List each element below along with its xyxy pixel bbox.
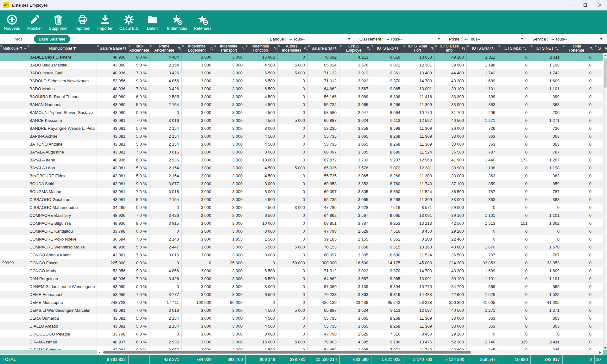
table-cell-nom_complet[interactable]: BOUGMA Mariam (27, 188, 97, 196)
table-cell-salaire_brut[interactable]: 47 798 (308, 330, 339, 338)
table-cell-iuts_brut[interactable]: 1 440 (467, 156, 498, 164)
table-cell-iuts_abat_forf[interactable]: 11 309 (403, 140, 435, 148)
table-cell-iuts_base_imp[interactable]: 29 200 (435, 330, 467, 338)
table-cell-iuts_net[interactable]: 363 (530, 132, 562, 140)
chevron-down-icon[interactable] (348, 38, 351, 40)
table-cell-cnss_employe[interactable]: 3 624 (339, 116, 371, 124)
table-cell-indemnite_logement[interactable]: 3 000 (182, 283, 214, 291)
table-cell-iuts_exo[interactable]: 9 072 (371, 164, 403, 172)
table-cell-iuts_abat[interactable]: 0 (498, 283, 530, 291)
table-cell-iuts_net[interactable]: 1 670 (530, 243, 562, 251)
table-cell-cnss_employe[interactable]: 3 576 (339, 164, 371, 172)
table-cell-iuts_abat[interactable]: 0 (498, 109, 530, 116)
table-cell-total_retenue[interactable]: 0 (562, 275, 594, 283)
table-cell-total_retenue[interactable]: 0 (562, 267, 594, 275)
table-cell-prime_anciennete[interactable]: 2 154 (149, 140, 182, 148)
column-header-cnss_employe[interactable]: CNSS Employé (339, 44, 371, 53)
table-cell-salaire_brut[interactable]: 55 735 (308, 132, 339, 140)
table-cell-iuts_exo[interactable]: 9 370 (371, 77, 403, 85)
table-cell-cnss_employe[interactable]: 3 305 (339, 148, 371, 156)
table-cell-indemnite_fonction[interactable]: 8 000 (245, 180, 278, 188)
table-cell-taux_anciennete[interactable]: 0,0 % (128, 259, 149, 267)
table-cell-autres_indemnites[interactable]: 0 (278, 109, 308, 116)
table-cell-indemnite_logement[interactable]: 3 000 (182, 101, 214, 109)
table-cell-cnss_employe[interactable]: 3 787 (339, 219, 371, 227)
table-cell-autres_indemnites[interactable]: 0 (278, 196, 308, 204)
table-cell-salaire_brut[interactable]: 64 862 (308, 85, 339, 93)
table-cell-s[interactable] (594, 53, 603, 61)
table-cell-salaire_brut[interactable]: 60 097 (308, 148, 339, 156)
table-cell-taux_anciennete[interactable]: 5,0 % (128, 61, 149, 69)
table-cell-cnss_employe[interactable]: 3 065 (339, 140, 371, 148)
table-cell-iuts_abat_forf[interactable]: 13 091 (403, 85, 435, 93)
table-cell-autres_indemnites[interactable]: 0 (278, 101, 308, 109)
table-cell-iuts_base_imp[interactable]: 33 000 (435, 172, 467, 180)
table-cell-iuts_abat_forf[interactable]: 11 309 (403, 172, 435, 180)
table-cell-s[interactable] (594, 188, 603, 196)
table-cell-indemnite_transport[interactable]: 3 000 (214, 243, 245, 251)
table-cell-cnss_employe[interactable]: 3 922 (339, 77, 371, 85)
table-cell-iuts_base_imp[interactable]: 34 700 (435, 283, 467, 291)
table-cell-salaire_base[interactable]: 43 081 (97, 251, 128, 259)
table-cell-total_retenue[interactable]: 0 (562, 116, 594, 124)
table-cell-salaire_base[interactable]: 43 080 (97, 109, 128, 116)
table-cell-nom_complet[interactable]: DIPAMA Ismaïl (27, 338, 97, 346)
table-cell-indemnite_transport[interactable]: 3 000 (214, 69, 245, 77)
table-cell-iuts_exo[interactable]: 9 072 (371, 61, 403, 69)
table-row[interactable]: DIALLO Amado43 0815,0 %2 1543 0003 0004 … (0, 322, 607, 330)
table-cell-iuts_abat[interactable]: 0 (498, 314, 530, 322)
table-cell-salaire_base[interactable]: 33 798 (97, 227, 128, 235)
table-cell-iuts_base_imp[interactable]: 256 300 (435, 298, 467, 306)
table-cell-salaire_brut[interactable]: 59 235 (308, 124, 339, 132)
table-cell-iuts_abat[interactable]: 0 (498, 204, 530, 211)
table-cell-iuts_abat_forf[interactable]: 13 163 (403, 243, 435, 251)
table-cell-total_retenue[interactable]: 0 (562, 132, 594, 140)
table-cell-iuts_base_imp[interactable]: 43 800 (435, 243, 467, 251)
importer-button[interactable]: Importer (96, 13, 114, 31)
table-cell-indemnite_fonction[interactable]: 4 500 (245, 116, 278, 124)
table-cell-salaire_base[interactable]: 48 936 (97, 243, 128, 251)
table-cell-iuts_base_imp[interactable]: 29 000 (435, 204, 467, 211)
table-cell-cnss_employe[interactable]: 3 065 (339, 322, 371, 330)
chevron-down-icon[interactable] (600, 38, 603, 40)
table-cell-salaire_brut[interactable]: 71 132 (308, 69, 339, 77)
table-cell-salaire_brut[interactable]: 65 887 (308, 306, 339, 314)
table-cell-prime_anciennete[interactable]: 2 154 (149, 322, 182, 330)
table-cell-iuts_abat_forf[interactable]: 12 381 (403, 61, 435, 69)
table-cell-total_retenue[interactable]: 0 (562, 69, 594, 77)
table-cell-iuts_abat[interactable]: 329 (498, 338, 530, 346)
table-row[interactable]: BINGBOURE Fidèle43 0815,0 %2 1543 0003 0… (0, 172, 607, 180)
horizontal-scrollbar-thumb[interactable] (103, 351, 471, 354)
table-cell-salaire_base[interactable]: 33 798 (97, 330, 128, 338)
table-cell-iuts_exo[interactable]: 6 352 (371, 235, 403, 243)
table-cell-nom_complet[interactable]: BAYALA Irené (27, 156, 97, 164)
table-cell-nom_complet[interactable]: CONGO Mady (27, 267, 97, 275)
table-cell-iuts_abat[interactable]: 0 (498, 227, 530, 235)
table-cell-autres_indemnites[interactable]: 5 000 (278, 243, 308, 251)
vertical-scrollbar[interactable] (603, 53, 607, 350)
table-cell-indemnite_transport[interactable]: 3 000 (214, 156, 245, 164)
imprimer-button[interactable]: Imprimer (73, 13, 92, 31)
table-cell-s[interactable] (594, 243, 603, 251)
table-row[interactable]: BADOLO Sébastien Newalzoum53 9569,0 %4 8… (0, 77, 607, 85)
table-cell-iuts_abat[interactable]: 0 (498, 93, 530, 101)
table-cell-autres_indemnites[interactable]: 0 (278, 283, 308, 291)
table-cell-autres_indemnites[interactable]: 0 (278, 235, 308, 243)
table-cell-autres_indemnites[interactable]: 0 (278, 124, 308, 132)
table-cell-prime_anciennete[interactable]: 4 856 (149, 267, 182, 275)
table-cell-matricule[interactable] (0, 330, 27, 338)
table-cell-s[interactable] (594, 211, 603, 219)
table-cell-matricule[interactable] (0, 101, 27, 109)
table-cell-iuts_brut[interactable]: 1 742 (467, 69, 498, 77)
table-cell-autres_indemnites[interactable]: 5 000 (278, 116, 308, 124)
table-cell-indemnite_logement[interactable]: 3 000 (182, 243, 214, 251)
table-cell-indemnite_logement[interactable]: 3 000 (182, 172, 214, 180)
table-cell-prime_anciennete[interactable]: 2 154 (149, 314, 182, 322)
table-cell-matricule[interactable] (0, 204, 27, 211)
table-cell-salaire_base[interactable]: 48 936 (97, 211, 128, 219)
table-cell-salaire_brut[interactable]: 65 025 (308, 164, 339, 172)
table-cell-matricule[interactable] (0, 227, 27, 235)
table-cell-indemnite_transport[interactable]: 3 000 (214, 140, 245, 148)
table-cell-indemnite_transport[interactable]: 3 000 (214, 211, 245, 219)
table-row[interactable]: CISSAOGO Mahamoudou34 2850,0 %03 0003 00… (0, 204, 607, 211)
